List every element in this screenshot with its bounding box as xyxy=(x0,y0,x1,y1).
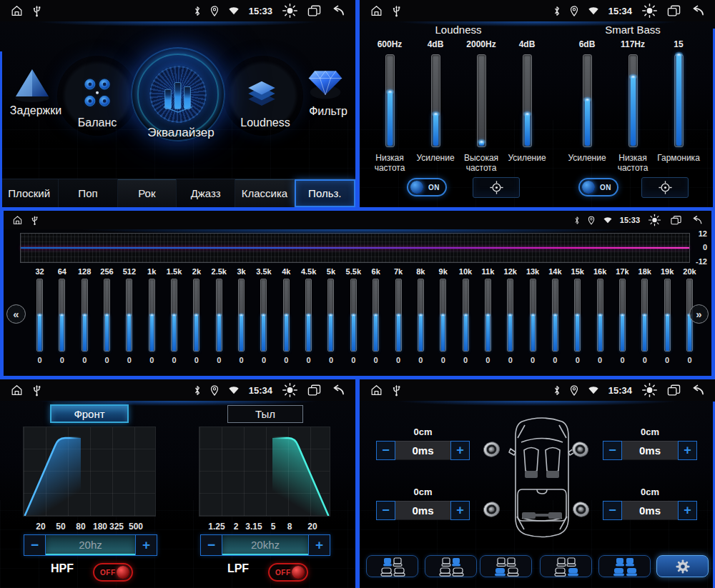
band-16k-slider[interactable] xyxy=(597,279,603,352)
smartbass-on-toggle[interactable]: ON xyxy=(578,178,618,196)
band-8k-slider[interactable] xyxy=(418,279,424,352)
loudness-high-gain-slider[interactable] xyxy=(523,54,532,147)
band-6k-slider[interactable] xyxy=(373,279,379,352)
layers-icon[interactable] xyxy=(244,80,280,114)
brightness-icon[interactable] xyxy=(641,3,658,19)
band-128-slider[interactable] xyxy=(82,279,88,352)
band-13k-slider[interactable] xyxy=(530,279,536,352)
band-1k-slider[interactable] xyxy=(149,279,155,352)
band-4.5k-slider[interactable] xyxy=(305,279,312,352)
smartbass-low-freq-slider[interactable] xyxy=(628,54,638,147)
home-icon[interactable] xyxy=(11,214,24,226)
brightness-icon[interactable] xyxy=(282,3,298,19)
rear-right-minus-button[interactable]: − xyxy=(603,501,622,520)
home-icon[interactable] xyxy=(10,384,24,397)
band-256-slider[interactable] xyxy=(104,279,110,352)
front-right-plus-button[interactable]: + xyxy=(678,441,697,460)
bands-page-left-button[interactable]: « xyxy=(6,304,26,324)
smartbass-harmonic-slider[interactable] xyxy=(674,54,684,147)
band-18k-slider[interactable] xyxy=(641,279,648,352)
hpf-plus-button[interactable]: + xyxy=(135,535,157,555)
back-icon[interactable] xyxy=(330,384,345,397)
diamond-icon[interactable] xyxy=(307,66,344,104)
front-left-plus-button[interactable]: + xyxy=(450,441,470,460)
band-3k-slider[interactable] xyxy=(238,279,245,352)
band-11k-slider[interactable] xyxy=(485,279,491,352)
bands-page-right-button[interactable]: » xyxy=(689,304,709,324)
preset-jazz-tab[interactable]: Джазз xyxy=(177,179,235,207)
home-icon[interactable] xyxy=(370,4,383,17)
seat-front-left-button[interactable] xyxy=(366,555,418,577)
preset-classic-tab[interactable]: Классика xyxy=(235,179,294,207)
seat-all-button[interactable] xyxy=(598,555,651,577)
band-15k-slider[interactable] xyxy=(574,279,581,352)
front-right-minus-button[interactable]: − xyxy=(603,441,622,460)
band-5k-slider[interactable] xyxy=(327,279,334,352)
band-7k-slider[interactable] xyxy=(395,279,402,352)
back-icon[interactable] xyxy=(690,5,705,17)
speaker-cluster-icon[interactable] xyxy=(79,76,115,115)
recents-icon[interactable] xyxy=(667,384,681,397)
preset-flat-tab[interactable]: Плоский xyxy=(0,179,59,207)
band-9k-slider[interactable] xyxy=(440,279,446,352)
rear-right-plus-button[interactable]: + xyxy=(678,501,697,520)
band-32-slider[interactable] xyxy=(36,279,43,352)
back-icon[interactable] xyxy=(689,214,704,226)
lpf-plus-button[interactable]: + xyxy=(308,535,330,555)
crosshair-icon xyxy=(489,180,504,195)
recents-icon[interactable] xyxy=(667,5,681,17)
loudness-low-freq-slider[interactable] xyxy=(385,54,395,147)
menu-item-filter-label: Фильтр xyxy=(282,105,355,118)
recents-icon[interactable] xyxy=(669,214,683,226)
smartbass-reset-button[interactable] xyxy=(641,177,689,198)
rear-left-minus-button[interactable]: − xyxy=(376,501,395,520)
band-5.5k-slider[interactable] xyxy=(350,279,357,352)
loudness-low-gain-slider[interactable] xyxy=(431,54,440,147)
lpf-off-toggle[interactable]: OFF xyxy=(268,563,308,582)
band-14k-slider[interactable] xyxy=(552,279,558,352)
band-19k-value: 0 xyxy=(665,356,669,364)
hpf-minus-button[interactable]: − xyxy=(24,535,46,555)
loudness-on-toggle[interactable]: ON xyxy=(407,178,447,196)
rear-left-plus-button[interactable]: + xyxy=(450,501,470,520)
wifi-icon xyxy=(588,386,599,394)
seat-rear-left-button[interactable] xyxy=(480,555,532,577)
back-icon[interactable] xyxy=(330,5,345,17)
lpf-tick-8: 8 xyxy=(287,522,292,532)
preset-custom-tab[interactable]: Польз. xyxy=(295,179,355,207)
pyramid-icon[interactable] xyxy=(13,66,51,106)
lpf-frequency-stepper: − 20khz + xyxy=(200,534,330,556)
home-icon[interactable] xyxy=(370,384,383,397)
loudness-reset-button[interactable] xyxy=(473,177,520,198)
recents-icon[interactable] xyxy=(307,384,321,397)
band-2.5k-slider[interactable] xyxy=(216,279,222,352)
band-19k-slider[interactable] xyxy=(664,279,671,352)
band-2k-slider[interactable] xyxy=(193,279,199,352)
band-10k-slider[interactable] xyxy=(463,279,469,352)
smartbass-gain-slider[interactable] xyxy=(583,54,592,147)
band-1.5k-slider[interactable] xyxy=(171,279,177,352)
seat-rear-right-button[interactable] xyxy=(540,555,592,577)
band-12k-slider[interactable] xyxy=(507,279,513,352)
settings-button[interactable] xyxy=(656,555,709,577)
band-3k: 3k 0 xyxy=(232,267,251,364)
lpf-minus-button[interactable]: − xyxy=(201,535,222,555)
home-icon[interactable] xyxy=(10,4,24,17)
brightness-icon[interactable] xyxy=(641,382,658,398)
back-icon[interactable] xyxy=(690,384,705,397)
preset-rock-tab[interactable]: Рок xyxy=(118,179,177,207)
location-icon xyxy=(570,6,578,16)
front-left-minus-button[interactable]: − xyxy=(376,441,395,460)
recents-icon[interactable] xyxy=(307,5,321,17)
seat-front-right-button[interactable] xyxy=(425,555,477,577)
band-512-slider[interactable] xyxy=(126,279,132,352)
loudness-high-freq-slider[interactable] xyxy=(477,54,486,147)
preset-pop-tab[interactable]: Поп xyxy=(59,179,117,207)
band-4k-slider[interactable] xyxy=(283,279,290,352)
brightness-icon[interactable] xyxy=(646,212,663,228)
band-3.5k-slider[interactable] xyxy=(260,279,267,352)
hpf-off-toggle[interactable]: OFF xyxy=(93,563,133,582)
band-64-slider[interactable] xyxy=(59,279,65,352)
band-17k-slider[interactable] xyxy=(619,279,626,352)
brightness-icon[interactable] xyxy=(282,382,298,398)
